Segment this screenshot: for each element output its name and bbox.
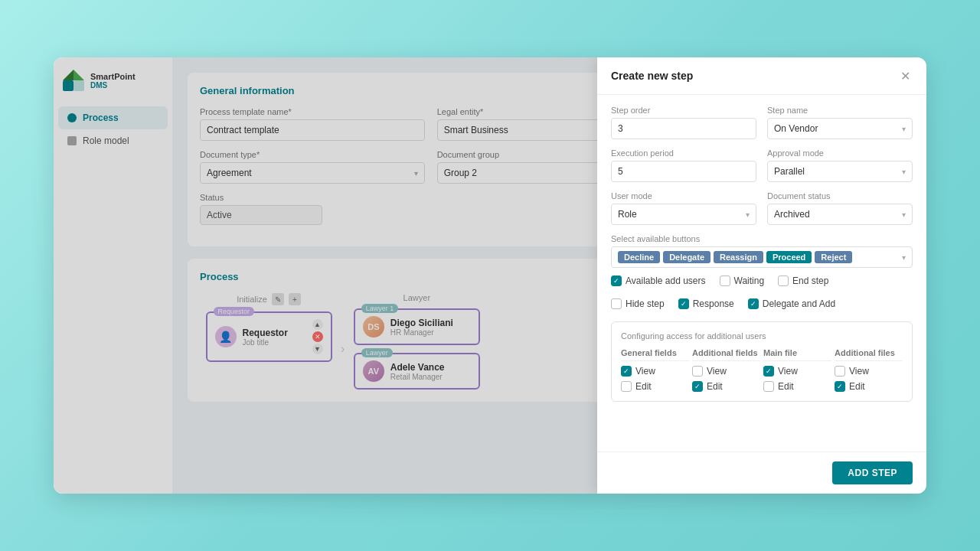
approval-mode-input[interactable]: Parallel ▾ [767, 161, 913, 182]
execution-period-group: Execution period 5 [611, 148, 756, 182]
buttons-dropdown-chevron-icon: ▾ [902, 253, 906, 262]
doc-status-chevron-icon: ▾ [902, 210, 906, 219]
execution-period-input[interactable]: 5 [611, 161, 756, 182]
modal-row-1: Step order 3 Step name On Vendor ▾ [611, 106, 913, 139]
available-add-users-label: Available add users [626, 276, 706, 286]
add-step-button[interactable]: ADD STEP [832, 461, 913, 484]
approval-mode-group: Approval mode Parallel ▾ [767, 148, 913, 182]
waiting-cb[interactable] [720, 276, 730, 286]
step-order-group: Step order 3 [611, 106, 756, 139]
modal-overlay: Create new step ✕ Step order 3 Step name [54, 57, 926, 494]
main-view-cb[interactable] [763, 366, 774, 377]
step-name-group: Step name On Vendor ▾ [767, 106, 913, 139]
access-col-general: General fields [621, 348, 689, 361]
modal-close-button[interactable]: ✕ [897, 68, 913, 83]
additional-view-cb[interactable] [692, 366, 703, 377]
access-col-additional: Additional fields [692, 348, 760, 361]
available-add-users-checkbox[interactable]: Available add users [611, 276, 706, 286]
reject-tag: Reject [815, 251, 852, 263]
modal-title: Create new step [611, 70, 693, 82]
general-edit-label: Edit [635, 381, 652, 392]
step-name-label: Step name [767, 106, 913, 115]
response-checkbox[interactable]: Response [678, 298, 734, 309]
execution-period-label: Execution period [611, 148, 756, 158]
doc-status-input[interactable]: Archived ▾ [767, 204, 913, 225]
user-mode-input[interactable]: Role ▾ [611, 204, 756, 225]
checkbox-row-1: Available add users Waiting End step [611, 276, 913, 291]
addfiles-view-label: View [849, 366, 869, 377]
end-step-label: End step [792, 276, 828, 286]
available-add-users-cb[interactable] [611, 276, 622, 286]
step-name-input[interactable]: On Vendor ▾ [767, 118, 913, 139]
select-buttons-section: Select available buttons Decline Delegat… [611, 234, 913, 268]
approval-mode-label: Approval mode [767, 148, 913, 158]
hide-step-label: Hide step [626, 298, 665, 309]
proceed-tag: Proceed [766, 251, 812, 263]
step-order-label: Step order [611, 106, 756, 115]
general-view-cb[interactable] [621, 366, 632, 377]
access-col-addfiles: Additional files [835, 348, 903, 361]
delegate-add-cb[interactable] [748, 298, 759, 309]
reassign-tag: Reassign [714, 251, 763, 263]
access-config-title: Configuring access for additional users [621, 331, 903, 341]
access-config-table: Configuring access for additional users … [611, 321, 913, 402]
additional-edit-label: Edit [707, 381, 723, 392]
user-mode-group: User mode Role ▾ [611, 191, 756, 225]
user-mode-chevron-icon: ▾ [746, 210, 750, 219]
modal-row-2: Execution period 5 Approval mode Paralle… [611, 148, 913, 182]
general-view-label: View [635, 366, 655, 377]
additional-view-label: View [707, 366, 727, 377]
buttons-dropdown[interactable]: Decline Delegate Reassign Proceed Reject… [611, 246, 913, 268]
user-mode-label: User mode [611, 191, 756, 201]
access-general-view[interactable]: View [621, 366, 689, 377]
buttons-tags: Decline Delegate Reassign Proceed Reject [618, 251, 852, 263]
end-step-checkbox[interactable]: End step [778, 276, 828, 286]
step-name-chevron-icon: ▾ [902, 125, 906, 133]
addfiles-view-cb[interactable] [835, 366, 845, 377]
access-additional-edit[interactable]: Edit [692, 381, 760, 392]
end-step-cb[interactable] [778, 276, 789, 286]
approval-mode-chevron-icon: ▾ [902, 168, 906, 176]
access-general-edit[interactable]: Edit [621, 381, 689, 392]
main-view-label: View [778, 366, 798, 377]
access-main-edit[interactable]: Edit [763, 381, 831, 392]
hide-step-cb[interactable] [611, 298, 622, 309]
access-addfiles-view[interactable]: View [835, 366, 903, 377]
access-col-main: Main file [763, 348, 831, 361]
access-grid: General fields Additional fields Main fi… [621, 348, 903, 392]
select-buttons-label: Select available buttons [611, 234, 913, 243]
doc-status-label: Document status [767, 191, 913, 201]
access-additional-view[interactable]: View [692, 366, 760, 377]
access-addfiles-edit[interactable]: Edit [835, 381, 903, 392]
checkbox-row-2: Hide step Response Delegate and Add [611, 298, 913, 314]
delegate-tag: Delegate [663, 251, 710, 263]
response-label: Response [693, 298, 734, 309]
general-edit-cb[interactable] [621, 381, 632, 392]
create-step-modal: Create new step ✕ Step order 3 Step name [597, 57, 926, 494]
doc-status-group: Document status Archived ▾ [767, 191, 913, 225]
additional-edit-cb[interactable] [692, 381, 703, 392]
access-main-view[interactable]: View [763, 366, 831, 377]
delegate-and-add-checkbox[interactable]: Delegate and Add [748, 298, 835, 309]
main-edit-label: Edit [778, 381, 794, 392]
waiting-checkbox[interactable]: Waiting [720, 276, 765, 286]
modal-body: Step order 3 Step name On Vendor ▾ [597, 95, 926, 452]
delegate-add-label: Delegate and Add [763, 298, 835, 309]
hide-step-checkbox[interactable]: Hide step [611, 298, 665, 309]
response-cb[interactable] [678, 298, 689, 309]
decline-tag: Decline [618, 251, 660, 263]
addfiles-edit-label: Edit [849, 381, 865, 392]
modal-header: Create new step ✕ [597, 57, 926, 95]
waiting-label: Waiting [734, 276, 765, 286]
modal-footer: ADD STEP [597, 452, 926, 494]
addfiles-edit-cb[interactable] [835, 381, 845, 392]
step-order-input[interactable]: 3 [611, 118, 756, 139]
modal-row-3: User mode Role ▾ Document status Archive… [611, 191, 913, 225]
main-edit-cb[interactable] [763, 381, 774, 392]
